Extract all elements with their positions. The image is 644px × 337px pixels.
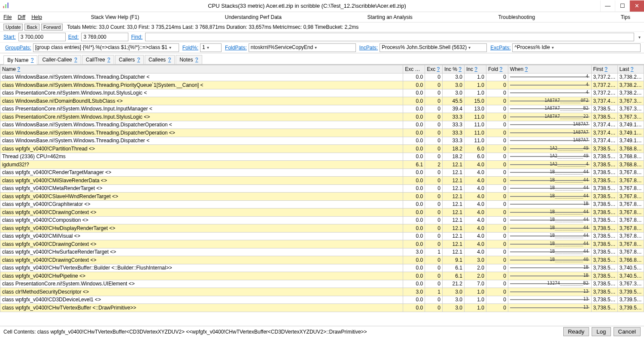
find-input[interactable] bbox=[145, 33, 634, 41]
cell-name[interactable]: class wpfgfx_v0400!CHwTVertexBuffer <::D… bbox=[0, 304, 403, 312]
find-label[interactable]: Find: bbox=[131, 34, 143, 40]
cell-first[interactable]: 3,738.587 bbox=[591, 145, 617, 153]
cell-incpct[interactable]: 33.3 bbox=[442, 113, 464, 121]
cell-when[interactable]: 1A2__________49 bbox=[508, 145, 591, 153]
cell-last[interactable]: 3,767.870 bbox=[617, 216, 644, 224]
cell-inc[interactable]: 2.0 bbox=[464, 272, 486, 280]
cell-incpct[interactable]: 12.1 bbox=[442, 240, 464, 248]
cell-name[interactable]: class wpfgfx_v0400!CDrawingContext <> bbox=[0, 208, 403, 217]
tab-notes[interactable]: Notes ? bbox=[176, 55, 202, 64]
col-inc[interactable]: Inc ? bbox=[464, 65, 486, 74]
cell-last[interactable]: 3,738.273 bbox=[617, 81, 644, 89]
cell-fold[interactable]: 0 bbox=[486, 208, 508, 217]
col-incpct[interactable]: Inc % ? bbox=[442, 65, 464, 74]
cell-fold[interactable]: 0 bbox=[486, 105, 508, 113]
cell-excpct[interactable]: 0.0 bbox=[403, 280, 425, 288]
cell-when[interactable]: 1B___________44 bbox=[508, 168, 591, 177]
cell-inc[interactable]: 4.0 bbox=[464, 232, 486, 240]
cell-when[interactable]: 1B___________44 bbox=[508, 224, 591, 233]
cell-incpct[interactable]: 33.3 bbox=[442, 121, 464, 129]
log-button[interactable]: Log bbox=[592, 327, 611, 336]
col-excpct[interactable]: Exc % ? bbox=[403, 65, 425, 74]
cell-excpct[interactable]: 0.0 bbox=[403, 177, 425, 185]
cell-last[interactable]: 3,767.870 bbox=[617, 232, 644, 240]
cell-name[interactable]: Thread (2336) CPU=462ms bbox=[0, 153, 403, 161]
cell-first[interactable]: 3,738.587 bbox=[591, 208, 617, 217]
cell-when[interactable]: 1B___________40 bbox=[508, 256, 591, 264]
cell-fold[interactable]: 0 bbox=[486, 200, 508, 208]
table-row[interactable]: class wpfgfx_v0400!CPartitionThread <>0.… bbox=[0, 145, 644, 153]
cell-incpct[interactable]: 45.5 bbox=[442, 97, 464, 105]
cell-first[interactable]: 3,737.477 bbox=[591, 121, 617, 129]
cell-inc[interactable]: 4.0 bbox=[464, 224, 486, 233]
cell-incpct[interactable]: 12.1 bbox=[442, 161, 464, 169]
link-understanding[interactable]: Understanding Perf Data bbox=[225, 14, 282, 20]
data-grid[interactable]: Name ? Exc % ? Exc ? Inc % ? Inc ? Fold … bbox=[0, 64, 644, 326]
tab-calltree[interactable]: CallTree ? bbox=[82, 55, 114, 64]
cell-when[interactable]: 1B___________44 bbox=[508, 193, 591, 201]
cell-last[interactable]: 3,767.870 bbox=[617, 168, 644, 177]
cell-fold[interactable]: 0 bbox=[486, 161, 508, 169]
cell-name[interactable]: class wpfgfx_v0400!CSlaveHWndRenderTarge… bbox=[0, 193, 403, 201]
cell-last[interactable]: 3,739.530 bbox=[617, 288, 644, 296]
cell-when[interactable]: 1A87A7 bbox=[508, 129, 591, 137]
cell-fold[interactable]: 0 bbox=[486, 137, 508, 145]
table-row[interactable]: class wpfgfx_v0400!CMilVisual <>0.0012.1… bbox=[0, 232, 644, 240]
cell-inc[interactable]: 4.0 bbox=[464, 240, 486, 248]
cell-first[interactable]: 3,738.587 bbox=[591, 256, 617, 264]
cell-excpct[interactable]: 0.0 bbox=[403, 81, 425, 89]
cell-when[interactable]: 1B___________44 bbox=[508, 184, 591, 193]
cell-inc[interactable]: 1.0 bbox=[464, 288, 486, 296]
foldpats-input[interactable]: ntoskrnl!%ServiceCopyEnd bbox=[249, 43, 356, 52]
cell-fold[interactable]: 0 bbox=[486, 256, 508, 264]
cell-fold[interactable]: 0 bbox=[486, 184, 508, 193]
cell-exc[interactable]: 1 bbox=[425, 248, 443, 256]
cell-fold[interactable]: 0 bbox=[486, 129, 508, 137]
cell-excpct[interactable]: 0.0 bbox=[403, 121, 425, 129]
menu-file[interactable]: File bbox=[3, 14, 12, 20]
cell-last[interactable]: 3,768.871 bbox=[617, 161, 644, 169]
cell-name[interactable]: class wpfgfx_v0400!CMilSlaveRenderData <… bbox=[0, 177, 403, 185]
cell-inc[interactable]: 15.0 bbox=[464, 97, 486, 105]
cell-excpct[interactable]: 0.0 bbox=[403, 216, 425, 224]
table-row[interactable]: class wpfgfx_v0400!CD3DDeviceLevel1 <>0.… bbox=[0, 296, 644, 304]
cell-incpct[interactable]: 6.1 bbox=[442, 272, 464, 280]
cell-last[interactable]: 3,738.273 bbox=[617, 73, 644, 81]
cell-incpct[interactable]: 33.3 bbox=[442, 129, 464, 137]
cell-exc[interactable]: 0 bbox=[425, 137, 443, 145]
table-row[interactable]: class wpfgfx_v0400!CGraphIterator <>0.00… bbox=[0, 200, 644, 208]
cell-when[interactable]: 4 bbox=[508, 89, 591, 97]
cell-excpct[interactable]: 0.0 bbox=[403, 240, 425, 248]
cell-last[interactable]: 3,738.273 bbox=[617, 89, 644, 97]
tab-byname[interactable]: By Name ? bbox=[3, 55, 37, 64]
start-label[interactable]: Start: bbox=[3, 34, 16, 40]
cell-inc[interactable]: 11.0 bbox=[464, 113, 486, 121]
cell-incpct[interactable]: 12.1 bbox=[442, 248, 464, 256]
cell-last[interactable]: 3,767.340 bbox=[617, 113, 644, 121]
cell-inc[interactable]: 13.0 bbox=[464, 105, 486, 113]
cell-excpct[interactable]: 0.0 bbox=[403, 296, 425, 304]
cell-inc[interactable]: 3.0 bbox=[464, 256, 486, 264]
cell-fold[interactable]: 0 bbox=[486, 89, 508, 97]
cell-exc[interactable]: 0 bbox=[425, 121, 443, 129]
cell-incpct[interactable]: 12.1 bbox=[442, 200, 464, 208]
cell-exc[interactable]: 2 bbox=[425, 161, 443, 169]
cell-exc[interactable]: 0 bbox=[425, 193, 443, 201]
cell-last[interactable]: 3,767.870 bbox=[617, 240, 644, 248]
table-row[interactable]: class PresentationCore.ni!System.Windows… bbox=[0, 113, 644, 121]
find-dropdown[interactable] bbox=[637, 34, 641, 40]
cell-last[interactable]: 3,767.870 bbox=[617, 208, 644, 217]
cell-first[interactable]: 3,738.587 bbox=[591, 248, 617, 256]
cell-when[interactable]: 1B___________44 bbox=[508, 232, 591, 240]
cell-name[interactable]: class wpfgfx_v0400!CGraphIterator <> bbox=[0, 200, 403, 208]
cell-last[interactable]: 3,767.340 bbox=[617, 280, 644, 288]
cell-inc[interactable]: 11.0 bbox=[464, 129, 486, 137]
cell-incpct[interactable]: 3.0 bbox=[442, 296, 464, 304]
cell-last[interactable]: 3,767.870 bbox=[617, 200, 644, 208]
cell-excpct[interactable]: 3.0 bbox=[403, 288, 425, 296]
cell-exc[interactable]: 0 bbox=[425, 145, 443, 153]
cell-incpct[interactable]: 3.0 bbox=[442, 288, 464, 296]
cell-name[interactable]: class WindowsBase.ni!System.Windows.Thre… bbox=[0, 73, 403, 81]
cancel-button[interactable]: Cancel bbox=[614, 327, 641, 336]
cell-excpct[interactable]: 0.0 bbox=[403, 137, 425, 145]
